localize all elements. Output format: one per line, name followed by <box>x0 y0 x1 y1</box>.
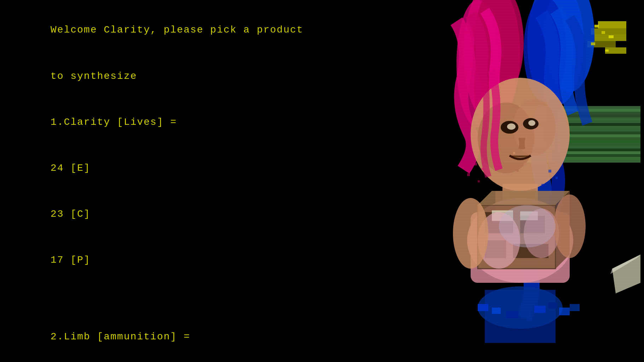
svg-rect-75 <box>481 168 483 170</box>
svg-rect-72 <box>591 42 595 45</box>
synthesize-line: to synthesize <box>51 71 137 82</box>
product2-header[interactable]: 2.Limb [ammunition] = <box>51 331 190 342</box>
character-artwork <box>248 0 644 362</box>
svg-point-84 <box>499 205 556 247</box>
svg-rect-62 <box>520 309 530 317</box>
svg-rect-65 <box>559 308 570 315</box>
svg-rect-78 <box>548 170 551 173</box>
product1-p[interactable]: 17 [P] <box>51 255 91 265</box>
svg-rect-66 <box>570 304 580 311</box>
svg-rect-76 <box>467 173 470 176</box>
product1-c[interactable]: 23 [C] <box>51 209 91 220</box>
svg-rect-81 <box>513 152 515 154</box>
menu-content: Welcome Clarity, please pick a product t… <box>11 7 237 362</box>
product1-header[interactable]: 1.Clarity [Lives] = <box>51 117 177 128</box>
svg-rect-61 <box>506 311 518 318</box>
svg-rect-80 <box>541 184 544 187</box>
svg-rect-63 <box>534 306 546 313</box>
svg-point-38 <box>528 120 535 126</box>
svg-rect-21 <box>598 21 626 28</box>
product1-e[interactable]: 24 [E] <box>51 163 91 174</box>
character-image-panel <box>248 0 644 362</box>
text-panel: Welcome Clarity, please pick a product t… <box>0 0 248 362</box>
svg-rect-22 <box>591 28 626 35</box>
welcome-line: Welcome Clarity, please pick a product <box>51 24 304 35</box>
svg-rect-64 <box>548 302 557 309</box>
svg-rect-77 <box>478 180 480 182</box>
svg-marker-45 <box>478 191 570 205</box>
svg-point-55 <box>453 198 488 269</box>
svg-rect-59 <box>478 304 488 311</box>
svg-rect-69 <box>594 25 599 28</box>
svg-point-37 <box>507 123 516 130</box>
svg-rect-79 <box>556 177 558 179</box>
svg-rect-82 <box>524 163 527 165</box>
svg-point-56 <box>554 194 586 258</box>
svg-rect-70 <box>602 31 605 34</box>
svg-rect-83 <box>517 170 519 172</box>
svg-rect-73 <box>605 49 609 52</box>
svg-rect-74 <box>474 163 477 165</box>
svg-rect-71 <box>609 35 614 38</box>
svg-rect-60 <box>492 308 501 314</box>
main-screen: Welcome Clarity, please pick a product t… <box>0 0 644 362</box>
